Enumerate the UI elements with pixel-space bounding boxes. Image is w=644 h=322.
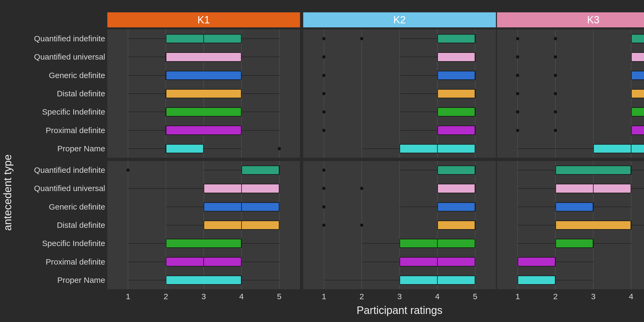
box-median (593, 184, 594, 193)
facet-chart: antecedent type K1K2K3 ThemselfThemselve… (0, 0, 644, 322)
x-tick-label: 4 (435, 292, 440, 301)
x-tick-label: 4 (239, 292, 244, 301)
box-outlier (554, 129, 557, 132)
y-tick-label: Proper Name (57, 276, 105, 285)
box-median (475, 184, 475, 193)
x-tick-label: 2 (360, 292, 364, 301)
box (437, 71, 475, 80)
box (555, 221, 631, 230)
box-median (593, 202, 594, 211)
box-median (475, 221, 475, 230)
box-outlier (322, 205, 325, 208)
facet-col-label: K1 (197, 14, 210, 26)
y-tick-label: Specific Indefinite (42, 107, 105, 116)
x-tick-label: 1 (515, 292, 520, 301)
box-outlier (360, 187, 363, 190)
y-tick-label: Quantified indefinite (34, 34, 105, 43)
y-tick-label: Proper Name (57, 144, 105, 153)
box-outlier (554, 74, 557, 77)
box (166, 52, 241, 61)
x-tick-label: 3 (591, 292, 596, 301)
box-median (166, 126, 166, 135)
box (555, 202, 593, 211)
box-median (475, 89, 475, 98)
box-outlier (516, 110, 519, 114)
box (631, 107, 644, 116)
x-tick-label: 5 (473, 292, 477, 301)
y-tick-label: Proximal definite (46, 257, 105, 266)
box-outlier (322, 37, 325, 40)
box-outlier (360, 37, 363, 40)
facet-col-label: K3 (587, 14, 599, 26)
facet-col-strip: K3 (497, 12, 644, 27)
box-median (241, 276, 242, 285)
box (631, 126, 644, 135)
facet-col-strip: K1 (107, 12, 300, 27)
box (593, 144, 644, 153)
box (518, 257, 555, 266)
box-median (437, 239, 438, 248)
box-median (166, 144, 166, 153)
box-outlier (322, 129, 325, 132)
box-outlier (322, 55, 325, 58)
x-tick-label: 4 (629, 292, 633, 301)
box-median (593, 239, 594, 248)
box-outlier (278, 147, 281, 150)
y-tick-label: Proximal definite (46, 126, 105, 135)
box-outlier (516, 92, 519, 95)
facet-panel (303, 161, 496, 289)
box-outlier (322, 187, 325, 190)
box (437, 107, 475, 116)
box-median (437, 276, 438, 285)
y-axis-title: antecedent type (2, 91, 14, 231)
box-median (166, 89, 166, 98)
box (631, 89, 644, 98)
box-outlier (554, 110, 557, 114)
box-outlier (554, 55, 557, 58)
y-tick-label: Quantified universal (34, 52, 105, 61)
box-outlier (126, 169, 130, 172)
x-tick-label: 5 (277, 292, 281, 301)
box-median (203, 34, 204, 43)
y-tick-label: Generic definite (49, 71, 105, 80)
x-tick-label: 3 (202, 292, 206, 301)
box-median (631, 166, 631, 175)
x-axis-title: Participant ratings (357, 304, 442, 316)
box (437, 34, 475, 43)
box (437, 202, 475, 211)
box-outlier (554, 92, 557, 95)
box (437, 166, 475, 175)
box-outlier (322, 169, 325, 172)
box (166, 126, 241, 135)
x-tick-label: 3 (397, 292, 402, 301)
box (631, 34, 644, 43)
box-median (203, 257, 204, 266)
box-outlier (360, 224, 363, 227)
box-median (437, 257, 438, 266)
y-tick-label: Quantified indefinite (34, 166, 105, 175)
box-median (475, 107, 475, 116)
x-tick-label: 2 (553, 292, 558, 301)
y-tick-label: Generic definite (49, 202, 105, 211)
box (518, 276, 555, 285)
box-median (437, 144, 438, 153)
box-median (475, 52, 475, 61)
box-median (475, 202, 475, 211)
box-outlier (516, 37, 519, 40)
gridline (593, 30, 594, 158)
y-tick-label: Specific Indefinite (42, 239, 105, 248)
box-median (555, 257, 556, 266)
box (555, 166, 631, 175)
facet-col-label: K2 (393, 14, 406, 26)
box (437, 89, 475, 98)
box (555, 239, 593, 248)
facet-panel (107, 161, 300, 289)
gridline (128, 161, 128, 289)
box-median (475, 166, 475, 175)
box-median (166, 52, 166, 61)
box-median (166, 107, 166, 116)
box-median (241, 221, 242, 230)
box (437, 221, 475, 230)
box-median (241, 184, 242, 193)
y-tick-label: Quantified universal (34, 184, 105, 193)
